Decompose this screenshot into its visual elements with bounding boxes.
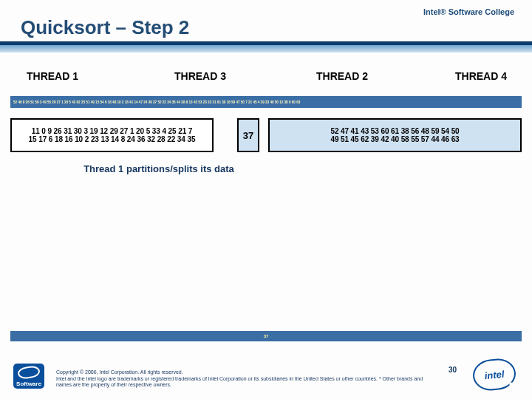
lower-bar-pivot: 37: [264, 334, 269, 338]
college-label: Intel® Software College: [423, 7, 514, 16]
thread-3-label: THREAD 3: [174, 70, 226, 82]
gap: [214, 118, 237, 155]
thread-4-label: THREAD 4: [455, 70, 507, 82]
logo-right-label: intel: [484, 368, 505, 381]
intel-logo: intel: [471, 357, 517, 392]
partitions-row: 11 0 9 26 31 30 3 19 12 29 27 1 20 5 33 …: [10, 118, 522, 155]
copyright-text: Copyright © 2006, Intel Corporation. All…: [56, 369, 436, 389]
pivot-box: 37: [237, 118, 259, 152]
logo-left-label: Software: [16, 381, 41, 387]
thread-2-label: THREAD 2: [316, 70, 368, 82]
t1-row-2: 15 17 6 18 16 10 2 23 13 14 8 24 36 32 2…: [29, 135, 196, 143]
thread-1-label: THREAD 1: [27, 70, 78, 82]
t1-row-1: 11 0 9 26 31 30 3 19 12 29 27 1 20 5 33 …: [32, 127, 193, 135]
thread-1-partition-box: 11 0 9 26 31 30 3 19 12 29 27 1 20 5 33 …: [10, 118, 214, 152]
footer: Software Copyright © 2006, Intel Corpora…: [0, 355, 532, 399]
page-number: 30: [449, 366, 457, 374]
copyright-line-1: Copyright © 2006, Intel Corporation. All…: [56, 369, 436, 376]
slide-title: Quicksort – Step 2: [21, 16, 189, 39]
thread-2-partition-box: 52 47 41 43 53 60 61 38 56 48 59 54 50 4…: [268, 118, 522, 152]
lower-array-bar: 37: [10, 331, 522, 341]
t2-row-2: 49 51 45 62 39 42 40 58 55 57 44 46 63: [330, 135, 459, 143]
t2-row-1: 52 47 41 43 53 60 61 38 56 48 59 54 50: [330, 127, 459, 135]
full-array-bar: 52 46 9 26 51 59 3 49 55 29 27 1 20 5 42…: [10, 96, 522, 108]
pivot-value: 37: [243, 130, 253, 141]
gap: [259, 118, 268, 155]
caption: Thread 1 partitions/splits its data: [74, 164, 244, 175]
copyright-line-2: Intel and the Intel logo are trademarks …: [56, 376, 436, 389]
intel-software-logo: Software: [13, 364, 44, 389]
thread-labels-row: THREAD 1 THREAD 3 THREAD 2 THREAD 4: [0, 70, 532, 86]
rule-light: [0, 45, 532, 52]
